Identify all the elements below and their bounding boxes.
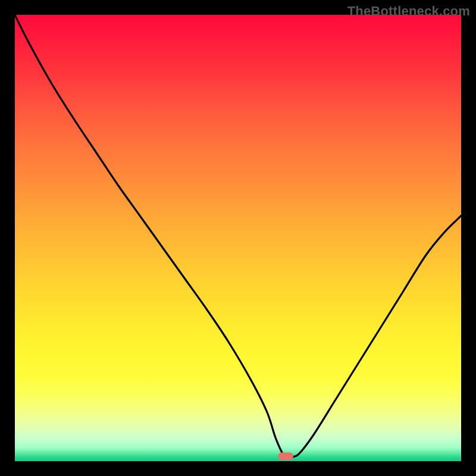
chart-frame: TheBottleneck.com xyxy=(0,0,476,476)
plot-area xyxy=(15,15,461,461)
bottleneck-curve xyxy=(15,15,461,461)
minimum-marker xyxy=(278,453,293,461)
watermark-text: TheBottleneck.com xyxy=(347,4,470,19)
